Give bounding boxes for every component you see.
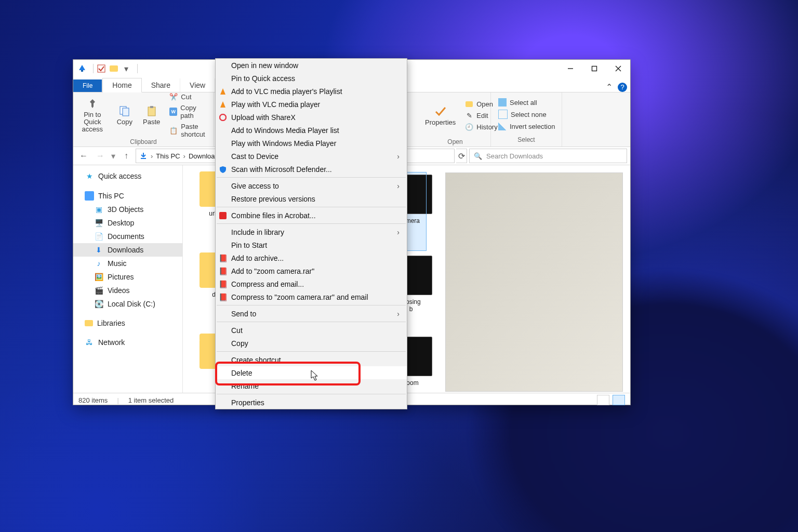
sidebar-pictures[interactable]: 🖼️Pictures (73, 270, 182, 284)
sidebar-local-disk-c[interactable]: 💽Local Disk (C:) (73, 297, 182, 311)
downloads-icon (139, 152, 148, 160)
paste-icon (145, 105, 158, 117)
breadcrumb-this-pc[interactable]: This PC (156, 152, 180, 160)
sidebar-this-pc[interactable]: This PC (73, 189, 182, 203)
copy-path-button[interactable]: WCopy path (165, 102, 214, 121)
nav-back-button[interactable]: ← (76, 149, 91, 163)
pin-to-quick-access-button[interactable]: Pin to Quick access (73, 92, 112, 138)
ctx-cut[interactable]: Cut (216, 324, 407, 337)
sidebar-quick-access[interactable]: ★Quick access (73, 169, 182, 183)
copy-label: Copy (117, 118, 132, 126)
sidebar-network[interactable]: 🖧Network (73, 336, 182, 349)
winrar-icon: 📕 (218, 254, 228, 263)
vlc-icon (218, 100, 228, 109)
ctx-wmp-play[interactable]: Play with Windows Media Player (216, 137, 407, 150)
select-none-button[interactable]: Select none (494, 108, 559, 121)
open-menu-icon (465, 100, 473, 108)
svg-rect-3 (592, 66, 597, 71)
properties-button[interactable]: Properties (420, 92, 461, 138)
copy-button[interactable]: Copy (112, 92, 138, 138)
cut-button[interactable]: ✂️Cut (165, 91, 214, 102)
desktop-icon: 🖥️ (94, 218, 103, 228)
qat-folder-icon[interactable] (109, 64, 118, 73)
close-button[interactable] (606, 61, 630, 76)
sidebar-videos[interactable]: 🎬Videos (73, 284, 182, 297)
refresh-button[interactable]: ⟳ (456, 149, 467, 163)
sidebar-libraries[interactable]: Libraries (73, 317, 182, 329)
tab-view[interactable]: View (180, 78, 215, 92)
ctx-open-new-window[interactable]: Open in new window (216, 59, 407, 72)
qat-overflow-icon[interactable]: ▾ (122, 64, 131, 73)
search-input[interactable]: 🔍 Search Downloads (469, 149, 627, 163)
ctx-create-shortcut[interactable]: Create shortcut (216, 353, 407, 366)
group-clipboard-label: Clipboard (73, 138, 214, 147)
svg-rect-0 (81, 70, 83, 72)
ctx-add-named-archive[interactable]: 📕Add to "zoom camera.rar" (216, 264, 407, 277)
star-icon: ★ (85, 171, 94, 181)
ctx-send-to[interactable]: Send to› (216, 307, 407, 320)
svg-rect-7 (123, 108, 129, 116)
pictures-icon: 🖼️ (94, 272, 103, 282)
winrar-icon: 📕 (218, 267, 228, 276)
chevron-right-icon: › (151, 152, 153, 160)
winrar-icon: 📕 (218, 292, 228, 302)
ctx-compress-named-email[interactable]: 📕Compress to "zoom camera.rar" and email (216, 290, 407, 303)
group-open-label: Open (420, 138, 490, 147)
sidebar-desktop[interactable]: 🖥️Desktop (73, 216, 182, 230)
context-menu: Open in new window Pin to Quick access A… (215, 58, 407, 409)
invert-selection-icon (498, 122, 507, 130)
minimize-button[interactable] (558, 61, 582, 76)
pin-label: Pin to Quick access (78, 111, 107, 133)
nav-recent-button[interactable]: ▾ (110, 149, 117, 163)
svg-rect-8 (148, 107, 155, 116)
ctx-vlc-play[interactable]: Play with VLC media player (216, 98, 407, 111)
paste-shortcut-button[interactable]: 📋Paste shortcut (165, 121, 214, 140)
vlc-icon (218, 87, 228, 96)
qat-checkbox-icon[interactable] (97, 64, 106, 73)
ctx-cast[interactable]: Cast to Device› (216, 150, 407, 163)
ctx-add-archive[interactable]: 📕Add to archive... (216, 251, 407, 264)
ctx-include-library[interactable]: Include in library› (216, 225, 407, 238)
nav-tree: ★Quick access This PC ▣3D Objects 🖥️Desk… (73, 165, 183, 393)
ribbon-collapse-icon[interactable]: ⌃ (606, 82, 613, 92)
ctx-restore-versions[interactable]: Restore previous versions (216, 192, 407, 205)
ctx-properties[interactable]: Properties (216, 396, 407, 409)
maximize-button[interactable] (582, 61, 606, 76)
sidebar-downloads[interactable]: ⬇Downloads (73, 243, 182, 257)
status-item-count: 820 items (78, 396, 108, 404)
nav-up-button[interactable]: ↑ (119, 149, 134, 163)
ctx-copy[interactable]: Copy (216, 337, 407, 350)
nav-forward-button[interactable]: → (93, 149, 108, 163)
copy-path-icon: W (169, 108, 177, 116)
ctx-vlc-add[interactable]: Add to VLC media player's Playlist (216, 85, 407, 98)
ctx-pin-start[interactable]: Pin to Start (216, 238, 407, 251)
view-large-icons-button[interactable] (613, 395, 625, 405)
pin-icon (86, 98, 99, 110)
network-icon: 🖧 (85, 338, 94, 347)
ctx-give-access[interactable]: Give access to› (216, 179, 407, 192)
winrar-icon: 📕 (218, 280, 228, 289)
sidebar-documents[interactable]: 📄Documents (73, 230, 182, 243)
sidebar-music[interactable]: ♪Music (73, 257, 182, 270)
ctx-defender[interactable]: Scan with Microsoft Defender... (216, 163, 407, 176)
invert-selection-button[interactable]: Invert selection (494, 121, 559, 132)
select-all-button[interactable]: Select all (494, 97, 559, 108)
tab-file[interactable]: File (73, 79, 102, 92)
help-icon[interactable]: ? (618, 83, 627, 92)
chevron-right-icon: › (397, 182, 400, 190)
tab-home[interactable]: Home (102, 78, 141, 92)
acrobat-icon (218, 211, 228, 220)
view-details-button[interactable] (597, 395, 609, 405)
mouse-cursor-icon (311, 370, 320, 381)
tab-share[interactable]: Share (142, 78, 180, 92)
defender-icon (218, 165, 228, 174)
document-icon: 📄 (94, 232, 103, 241)
ctx-pin-quick-access[interactable]: Pin to Quick access (216, 72, 407, 85)
ctx-acrobat[interactable]: Combine files in Acrobat... (216, 209, 407, 222)
ctx-compress-email[interactable]: 📕Compress and email... (216, 277, 407, 290)
sidebar-3d-objects[interactable]: ▣3D Objects (73, 203, 182, 216)
ctx-wmp-add[interactable]: Add to Windows Media Player list (216, 124, 407, 137)
paste-button[interactable]: Paste (138, 92, 165, 138)
check-icon (434, 104, 447, 118)
ctx-sharex[interactable]: Upload with ShareX (216, 111, 407, 124)
